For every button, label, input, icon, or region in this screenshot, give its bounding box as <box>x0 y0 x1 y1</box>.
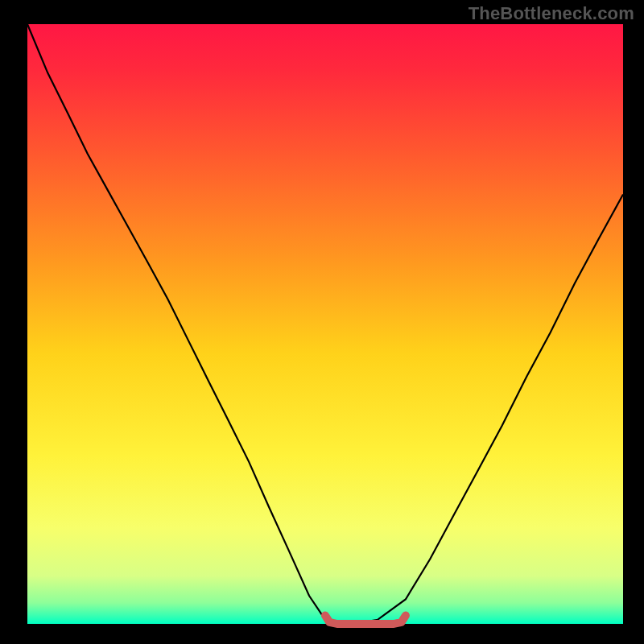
plot-background <box>27 24 623 624</box>
watermark-text: TheBottleneck.com <box>469 3 634 24</box>
chart-frame: TheBottleneck.com <box>0 0 644 644</box>
bottleneck-chart <box>0 0 644 644</box>
